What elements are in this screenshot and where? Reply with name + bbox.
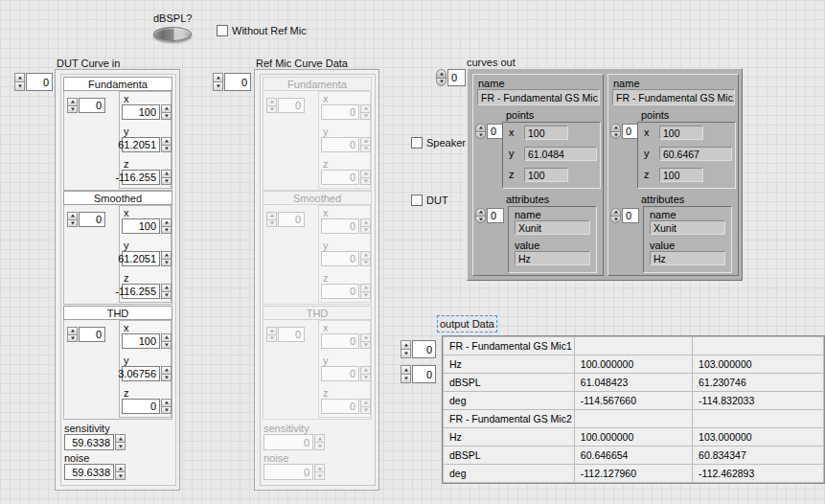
output-row-index-value[interactable]: 0 [412, 340, 436, 358]
ref-curve-index-spinner: 0 [213, 73, 251, 91]
table-cell [574, 410, 692, 428]
table-row: Hz100.000000103.000000 [444, 355, 824, 374]
z-numeric: 0 [122, 399, 172, 414]
x-numeric: 0 [321, 104, 371, 120]
table-cell: 103.000000 [693, 355, 824, 374]
x-numeric: 0 [321, 333, 371, 349]
table-cell [693, 337, 824, 355]
decrement-button[interactable] [475, 131, 486, 140]
decrement-button[interactable] [161, 112, 172, 121]
index-value[interactable]: 0 [79, 212, 105, 227]
attributes-index-value[interactable]: 0 [487, 208, 504, 223]
curves-out-index-value[interactable]: 0 [447, 69, 466, 86]
decrement-button[interactable] [115, 442, 126, 450]
decrement-button[interactable] [161, 291, 172, 300]
attributes-label: attributes [641, 194, 684, 205]
z-label: z [124, 272, 129, 284]
points-index-spinner: 0 [610, 124, 639, 139]
noise-value[interactable]: 59.6338 [64, 464, 114, 480]
decrement-button[interactable] [475, 216, 486, 224]
y-label: y [323, 126, 329, 137]
decrement-button[interactable] [67, 334, 78, 343]
dut-curve-index-spinner: 0 [14, 73, 53, 91]
y-value[interactable]: 3.06756 [122, 366, 160, 381]
decrement-button[interactable] [161, 374, 172, 382]
speaker-label: Speaker [426, 137, 466, 149]
decrement-button[interactable] [161, 406, 172, 415]
x-value[interactable]: 100 [122, 104, 160, 120]
dut-smoothed-header: Smoothed [63, 191, 172, 205]
y-value[interactable]: 61.2051 [122, 137, 160, 152]
dut-curve-index-value[interactable]: 0 [26, 73, 53, 91]
x-value[interactable]: 100 [122, 218, 160, 234]
decrement-button[interactable] [161, 226, 172, 235]
z-value[interactable]: 0 [122, 399, 160, 414]
table-cell: 61.230746 [693, 374, 824, 392]
z-value[interactable]: -116.255 [122, 284, 160, 299]
dut-checkbox[interactable] [411, 195, 423, 206]
output-col-index-value[interactable]: 0 [412, 365, 436, 383]
decrement-button[interactable] [161, 341, 172, 350]
index-value: 0 [278, 98, 305, 113]
table-row: dBSPL61.04842361.230746 [444, 374, 824, 392]
z-value: 100 [524, 168, 568, 182]
decrement-button [360, 341, 371, 350]
decrement-button[interactable] [14, 81, 25, 91]
attr-name-value: Xunit [515, 220, 590, 235]
decrement-button[interactable] [115, 471, 126, 480]
z-label: z [124, 387, 129, 399]
without-ref-mic-checkbox[interactable] [217, 25, 228, 36]
decrement-button[interactable] [436, 78, 447, 87]
x-numeric: 100 [122, 218, 172, 234]
attributes-index-spinner: 0 [475, 208, 504, 223]
table-cell: Hz [444, 355, 575, 374]
x-value[interactable]: 100 [122, 333, 160, 349]
index-value[interactable]: 0 [79, 98, 105, 113]
decrement-button [360, 291, 371, 300]
points-cluster: x 100 y 60.6467 z 100 [637, 122, 736, 189]
curve-element-2: name FR - Fundamental GS Mic2 points 0 x… [607, 74, 739, 276]
attributes-index-value[interactable]: 0 [622, 208, 639, 223]
output-data-label[interactable]: output Data [440, 318, 494, 330]
decrement-button[interactable] [610, 131, 621, 140]
decrement-button[interactable] [67, 219, 78, 228]
y-numeric: 0 [321, 366, 371, 381]
dbspl-switch[interactable] [153, 27, 192, 41]
speaker-checkbox[interactable] [411, 137, 423, 149]
index-value[interactable]: 0 [79, 327, 105, 342]
decrement-button[interactable] [213, 81, 223, 91]
curves-out-index-spinner: 0 [436, 69, 466, 86]
y-value[interactable]: 61.2051 [122, 251, 160, 266]
y-numeric: 3.06756 [122, 366, 172, 381]
decrement-button[interactable] [161, 259, 172, 267]
table-cell: 100.000000 [574, 428, 692, 447]
decrement-button [360, 226, 371, 235]
decrement-button[interactable] [161, 177, 172, 186]
ref-fundamental-index-spinner: 0 [266, 98, 305, 113]
y-label: y [124, 126, 129, 137]
z-value[interactable]: -116.255 [122, 170, 160, 185]
dut-fundamental-index-spinner: 0 [67, 98, 105, 113]
sensitivity-value[interactable]: 59.6338 [64, 434, 114, 450]
ref-curve-index-value[interactable]: 0 [224, 73, 251, 91]
decrement-button[interactable] [401, 349, 411, 358]
dut-smoothed-point-cluster: x 100 y 61.2051 z -116.255 [119, 205, 172, 303]
attributes-cluster: name Xunit value Hz [508, 206, 597, 273]
y-value: 61.0484 [524, 147, 597, 161]
z-label: z [644, 169, 650, 180]
decrement-button[interactable] [401, 374, 411, 383]
y-numeric: 61.2051 [122, 251, 172, 266]
table-cell: 60.646654 [574, 447, 692, 465]
decrement-button[interactable] [610, 216, 621, 224]
x-label: x [124, 207, 129, 218]
x-label: x [323, 207, 329, 218]
z-numeric: 0 [321, 284, 371, 299]
z-numeric: 0 [321, 170, 371, 185]
decrement-button[interactable] [67, 105, 78, 114]
dut-curve-array: Fundamenta 0 x 100 y 61.2051 z -116.255 [55, 69, 180, 491]
table-cell: deg [444, 465, 575, 483]
dut-label: DUT [426, 195, 448, 206]
decrement-button [360, 145, 371, 153]
index-value: 0 [278, 327, 305, 342]
decrement-button[interactable] [161, 145, 172, 153]
